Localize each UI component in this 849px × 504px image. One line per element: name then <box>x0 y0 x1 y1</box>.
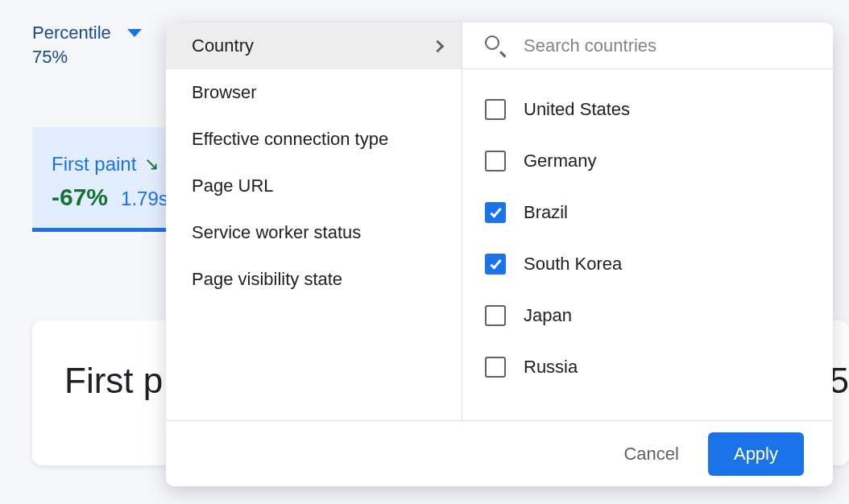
checkmark-icon <box>490 205 501 217</box>
facet-item-label: Page visibility state <box>192 269 342 290</box>
metric-time: 1.79s <box>121 188 168 210</box>
facet-item-page-visibility-state[interactable]: Page visibility state <box>166 256 462 303</box>
facet-item-effective-connection-type[interactable]: Effective connection type <box>166 116 462 163</box>
checkbox[interactable] <box>485 254 506 275</box>
percentile-label: Percentile <box>32 23 111 43</box>
facet-item-page-url[interactable]: Page URL <box>166 163 462 209</box>
metric-title: First paint <box>52 153 136 176</box>
option-brazil[interactable]: Brazil <box>485 187 810 238</box>
checkmark-icon <box>490 257 501 269</box>
apply-button[interactable]: Apply <box>708 432 804 476</box>
facet-item-label: Service worker status <box>192 222 361 243</box>
facet-item-label: Effective connection type <box>192 129 388 150</box>
metric-change: -67% <box>52 184 108 211</box>
search-row <box>462 23 833 69</box>
option-germany[interactable]: Germany <box>485 135 810 187</box>
facet-item-browser[interactable]: Browser <box>166 69 462 116</box>
chevron-right-icon <box>432 39 445 52</box>
facet-item-label: Country <box>192 35 254 56</box>
search-input[interactable] <box>524 35 810 56</box>
filter-popup: CountryBrowserEffective connection typeP… <box>166 23 833 486</box>
option-japan[interactable]: Japan <box>485 290 810 341</box>
option-united-states[interactable]: United States <box>485 84 810 135</box>
popup-footer: Cancel Apply <box>166 420 833 486</box>
search-icon <box>485 35 506 56</box>
option-russia[interactable]: Russia <box>485 341 810 393</box>
percentile-value: 75% <box>32 47 111 68</box>
checkbox[interactable] <box>485 202 506 223</box>
checkbox[interactable] <box>485 99 506 120</box>
option-south-korea[interactable]: South Korea <box>485 238 810 290</box>
option-label: Japan <box>524 305 572 326</box>
checkbox[interactable] <box>485 151 506 171</box>
facet-item-label: Browser <box>192 82 257 103</box>
option-label: United States <box>524 99 630 120</box>
option-label: Brazil <box>524 202 568 223</box>
percentile-dropdown[interactable]: Percentile 75% <box>32 23 142 68</box>
facet-list: CountryBrowserEffective connection typeP… <box>166 23 462 420</box>
cancel-button[interactable]: Cancel <box>623 444 678 465</box>
checkbox[interactable] <box>485 305 506 326</box>
option-label: South Korea <box>524 254 622 275</box>
facet-item-label: Page URL <box>192 176 274 196</box>
option-label: Russia <box>524 357 578 378</box>
trend-down-icon: ↘ <box>144 154 159 175</box>
facet-item-service-worker-status[interactable]: Service worker status <box>166 209 462 256</box>
caret-down-icon <box>127 29 142 37</box>
checkbox[interactable] <box>485 357 506 378</box>
options-list: United StatesGermanyBrazilSouth KoreaJap… <box>462 69 833 420</box>
option-label: Germany <box>524 151 596 171</box>
facet-item-country[interactable]: Country <box>166 23 462 69</box>
